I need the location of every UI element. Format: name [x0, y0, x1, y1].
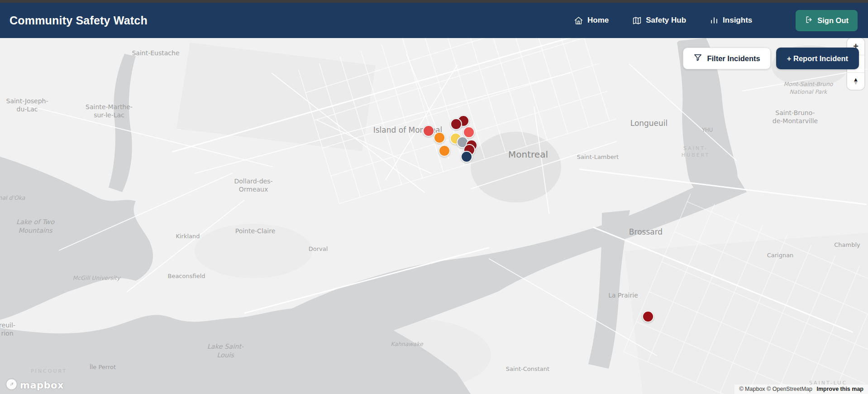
- nav-item-label: Safety Hub: [646, 16, 686, 25]
- mapbox-logo[interactable]: mapbox: [5, 378, 64, 392]
- app-header: Community Safety Watch Home Safety Hub I…: [0, 3, 868, 38]
- mapbox-logo-text: mapbox: [20, 380, 64, 391]
- map-attribution: © Mapbox © OpenStreetMap Improve this ma…: [734, 384, 868, 394]
- nav-item-insights[interactable]: Insights: [710, 16, 752, 25]
- sign-out-label: Sign Out: [817, 16, 849, 25]
- filter-incidents-button[interactable]: Filter Incidents: [683, 48, 770, 69]
- map-icon: [632, 16, 642, 25]
- filter-incidents-label: Filter Incidents: [707, 54, 760, 63]
- mapbox-attribution-link[interactable]: © Mapbox: [739, 386, 765, 392]
- report-incident-button[interactable]: + Report Incident: [776, 48, 859, 69]
- incident-marker[interactable]: [461, 151, 472, 163]
- incident-marker[interactable]: [423, 125, 434, 137]
- incident-marker[interactable]: [439, 145, 450, 157]
- compass-button[interactable]: ▲▼: [847, 72, 864, 90]
- map-canvas[interactable]: Saint-EustacheSaint-Joseph- du-LacSainte…: [0, 38, 868, 394]
- nav-item-safety-hub[interactable]: Safety Hub: [632, 16, 686, 25]
- sign-out-button[interactable]: Sign Out: [796, 10, 858, 31]
- incident-marker[interactable]: [642, 311, 654, 322]
- nav-item-home[interactable]: Home: [574, 16, 609, 25]
- osm-attribution-link[interactable]: © OpenStreetMap: [767, 386, 812, 392]
- mapbox-logo-icon: [5, 378, 18, 392]
- compass-icon: ▲▼: [853, 78, 859, 84]
- nav-item-label: Insights: [723, 16, 752, 25]
- sign-out-icon: [805, 15, 813, 26]
- nav-item-label: Home: [587, 16, 609, 25]
- map-toolbar: Filter Incidents + Report Incident: [683, 48, 859, 69]
- home-icon: [574, 16, 583, 25]
- funnel-icon: [693, 53, 702, 64]
- bar-chart-icon: [710, 16, 719, 25]
- improve-map-link[interactable]: Improve this map: [817, 386, 864, 392]
- incident-marker[interactable]: [434, 132, 445, 144]
- page-title: Community Safety Watch: [10, 14, 148, 27]
- header-nav: Home Safety Hub Insights Sign Out: [574, 10, 858, 31]
- incident-marker[interactable]: [450, 118, 462, 130]
